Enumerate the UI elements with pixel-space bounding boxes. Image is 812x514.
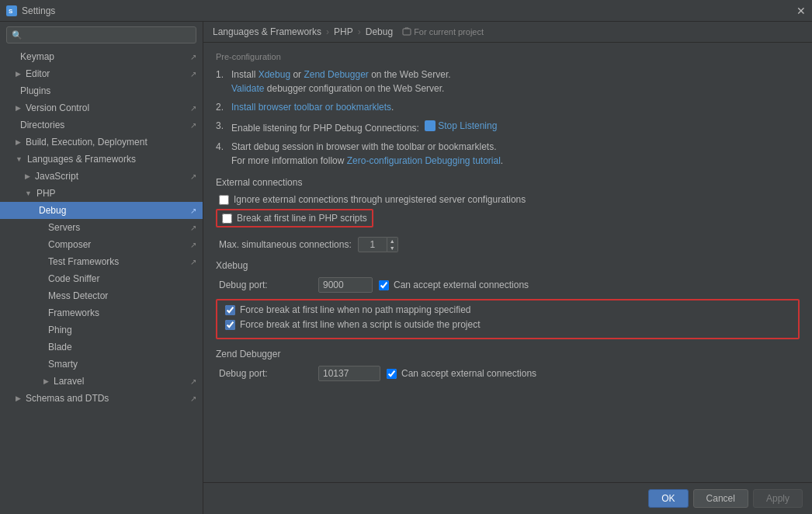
force-no-mapping-label[interactable]: Force break at first line when no path m…	[240, 304, 471, 315]
sidebar-item-label-schemas-and-dtds: Schemas and DTDs	[26, 393, 109, 404]
sidebar-item-phing[interactable]: Phing	[0, 321, 203, 339]
sidebar-item-label-frameworks: Frameworks	[48, 307, 99, 318]
apply-button[interactable]: Apply	[753, 489, 803, 508]
sidebar-item-label-build-execution: Build, Execution, Deployment	[26, 137, 147, 148]
validate-link[interactable]: Validate	[231, 83, 264, 94]
nav-icon-debug: ↗	[190, 207, 196, 215]
search-input[interactable]	[26, 30, 191, 40]
xdebug-port-input[interactable]	[318, 277, 373, 293]
ok-button[interactable]: OK	[648, 489, 688, 508]
force-no-mapping-row: Force break at first line when no path m…	[222, 304, 793, 315]
nav-icon-javascript: ↗	[190, 172, 196, 181]
sidebar-item-javascript[interactable]: ▶JavaScript↗	[0, 168, 203, 185]
sidebar-item-label-code-sniffer: Code Sniffer	[48, 273, 100, 284]
nav-arrow-languages-frameworks: ▼	[16, 155, 23, 163]
sidebar-item-frameworks[interactable]: Frameworks	[0, 304, 203, 321]
zend-section: Zend Debugger Debug port: Can accept ext…	[216, 349, 800, 381]
sidebar-item-label-languages-frameworks: Languages & Frameworks	[27, 154, 136, 165]
content-scroll: Pre-configuration 1. Install Xdebug or Z…	[203, 43, 812, 482]
xdebug-label: Xdebug	[216, 260, 800, 271]
nav-icon-composer: ↗	[190, 241, 196, 249]
ignore-external-checkbox[interactable]	[219, 195, 229, 205]
sidebar-item-servers[interactable]: Servers↗	[0, 219, 203, 236]
max-connections-spinner: ▲ ▼	[358, 237, 398, 252]
stop-listening-link[interactable]: Stop Listening	[438, 119, 497, 133]
sidebar-item-smarty[interactable]: Smarty	[0, 356, 203, 373]
force-no-mapping-checkbox[interactable]	[225, 305, 235, 315]
xdebug-link[interactable]: Xdebug	[259, 69, 290, 80]
sidebar-item-build-execution[interactable]: ▶Build, Execution, Deployment	[0, 134, 203, 151]
can-accept-external-row: Can accept external connections	[379, 280, 529, 290]
nav-arrow-php: ▼	[25, 189, 32, 197]
search-box[interactable]: 🔍	[6, 26, 196, 43]
zend-can-accept-checkbox[interactable]	[387, 369, 397, 379]
close-button[interactable]: ✕	[796, 5, 806, 16]
breadcrumb-item-1: PHP	[334, 26, 353, 37]
zend-port-label: Debug port:	[219, 368, 312, 379]
sidebar-item-schemas-and-dtds[interactable]: ▶Schemas and DTDs↗	[0, 390, 203, 407]
title-bar: S Settings ✕	[0, 0, 812, 22]
sidebar-item-laravel[interactable]: ▶Laravel↗	[0, 373, 203, 390]
break-first-line-label[interactable]: Break at first line in PHP scripts	[237, 213, 367, 224]
sidebar-item-directories[interactable]: Directories↗	[0, 116, 203, 134]
zend-label: Zend Debugger	[216, 349, 800, 359]
sidebar-item-languages-frameworks[interactable]: ▼Languages & Frameworks	[0, 151, 203, 168]
toolbar-bookmarklets-link[interactable]: Install browser toolbar or bookmarklets	[231, 102, 391, 113]
zend-port-row: Debug port: Can accept external connecti…	[216, 366, 800, 381]
sidebar-item-composer[interactable]: Composer↗	[0, 236, 203, 253]
sidebar-item-label-plugins: Plugins	[20, 85, 50, 96]
sidebar-item-editor[interactable]: ▶Editor↗	[0, 65, 203, 82]
sidebar-item-mess-detector[interactable]: Mess Detector	[0, 287, 203, 304]
content-area: Languages & Frameworks › PHP › Debug For…	[203, 22, 812, 514]
project-scope: For current project	[402, 27, 484, 36]
step-4: 4. Start debug session in browser with t…	[216, 140, 800, 168]
sidebar-item-debug[interactable]: Debug↗	[0, 202, 203, 219]
sidebar-item-label-composer: Composer	[48, 239, 91, 250]
nav-icon-servers: ↗	[190, 224, 196, 232]
sidebar-item-label-editor: Editor	[26, 68, 50, 79]
ignore-external-label[interactable]: Ignore external connections through unre…	[234, 194, 526, 205]
sidebar-item-code-sniffer[interactable]: Code Sniffer	[0, 270, 203, 287]
spinner-buttons: ▲ ▼	[387, 237, 398, 252]
sidebar-item-test-frameworks[interactable]: Test Frameworks↗	[0, 253, 203, 270]
stop-icon	[425, 120, 435, 131]
spinner-up-button[interactable]: ▲	[387, 238, 397, 245]
bottom-bar: OK Cancel Apply	[203, 482, 812, 514]
force-outside-label[interactable]: Force break at first line when a script …	[240, 319, 480, 330]
sidebar-item-label-mess-detector: Mess Detector	[48, 290, 108, 301]
xdebug-can-accept-checkbox[interactable]	[379, 280, 389, 290]
sidebar-item-label-smarty: Smarty	[48, 359, 78, 370]
sidebar-item-version-control[interactable]: ▶Version Control↗	[0, 99, 203, 116]
force-outside-checkbox[interactable]	[225, 320, 235, 330]
nav-icon-keymap: ↗	[190, 53, 196, 61]
break-first-line-checkbox[interactable]	[222, 214, 232, 224]
zend-port-input[interactable]	[318, 366, 380, 381]
breadcrumb: Languages & Frameworks › PHP › Debug For…	[203, 22, 812, 43]
sidebar-item-label-version-control: Version Control	[26, 102, 89, 113]
sidebar-item-keymap[interactable]: Keymap↗	[0, 48, 203, 65]
max-connections-row: Max. simultaneous connections: ▲ ▼	[216, 237, 800, 252]
xdebug-can-accept-label[interactable]: Can accept external connections	[394, 280, 529, 290]
nav-arrow-build-execution: ▶	[16, 138, 21, 146]
sidebar-item-plugins[interactable]: Plugins	[0, 82, 203, 99]
spinner-down-button[interactable]: ▼	[387, 245, 397, 252]
sidebar-item-label-blade: Blade	[48, 342, 72, 353]
sidebar-item-label-javascript: JavaScript	[35, 171, 78, 182]
step-1: 1. Install Xdebug or Zend Debugger on th…	[216, 68, 800, 96]
breadcrumb-item-2: Debug	[366, 26, 393, 37]
max-connections-input[interactable]	[358, 237, 387, 252]
sidebar-item-blade[interactable]: Blade	[0, 339, 203, 356]
sidebar-item-label-php: PHP	[36, 188, 56, 199]
sidebar-item-label-keymap: Keymap	[20, 51, 54, 62]
zend-debugger-link[interactable]: Zend Debugger	[304, 69, 368, 80]
max-connections-label: Max. simultaneous connections:	[219, 239, 352, 250]
svg-text:S: S	[9, 8, 13, 15]
sidebar-item-php[interactable]: ▼PHP	[0, 185, 203, 202]
zero-config-link[interactable]: Zero-configuration Debugging tutorial	[347, 155, 501, 166]
zend-can-accept-label[interactable]: Can accept external connections	[401, 368, 536, 379]
sidebar-item-label-test-frameworks: Test Frameworks	[48, 256, 119, 267]
cancel-button[interactable]: Cancel	[693, 489, 748, 508]
nav-icon-version-control: ↗	[190, 104, 196, 113]
nav-arrow-version-control: ▶	[16, 104, 21, 112]
xdebug-port-label: Debug port:	[219, 280, 312, 290]
